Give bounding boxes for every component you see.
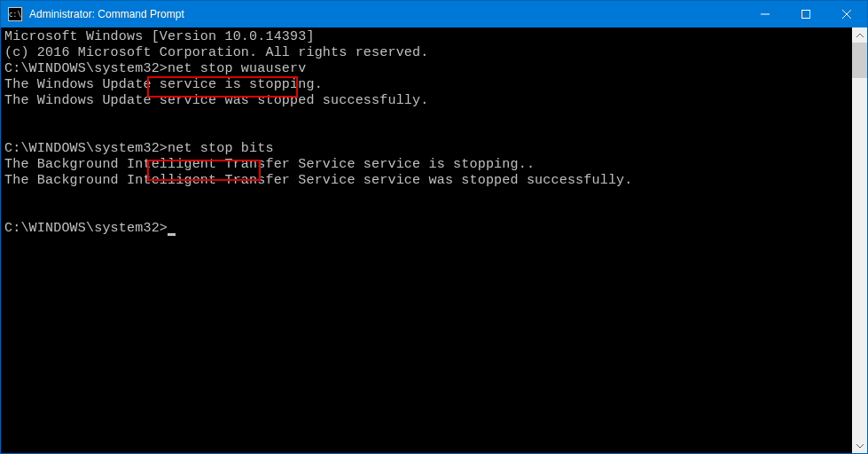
prompt-line-3: C:\WINDOWS\system32> (4, 221, 848, 237)
blank-line (4, 189, 848, 205)
version-line: Microsoft Windows [Version 10.0.14393] (4, 29, 848, 45)
scroll-up-button[interactable] (852, 27, 867, 43)
prompt-line-2: C:\WINDOWS\system32>net stop bits (4, 141, 848, 157)
output-line: The Windows Update service was stopped s… (4, 93, 848, 109)
terminal-output[interactable]: Microsoft Windows [Version 10.0.14393](c… (1, 27, 852, 453)
blank-line (4, 125, 848, 141)
minimize-button[interactable] (745, 1, 786, 27)
command-text: net stop bits (168, 141, 274, 156)
output-line: The Windows Update service is stopping. (4, 77, 848, 93)
command-text: net stop wuauserv (168, 61, 306, 76)
chevron-up-icon (856, 34, 864, 37)
blank-line (4, 205, 848, 221)
command-prompt-window: c:\ Administrator: Command Prompt Micros… (0, 0, 868, 454)
window-title: Administrator: Command Prompt (29, 8, 745, 20)
scrollbar-track[interactable] (852, 43, 867, 438)
svg-rect-1 (802, 11, 810, 19)
close-icon (842, 10, 851, 19)
terminal-container: Microsoft Windows [Version 10.0.14393](c… (1, 27, 867, 453)
scrollbar-thumb[interactable] (852, 43, 867, 78)
window-controls (745, 1, 867, 27)
prompt-path: C:\WINDOWS\system32> (4, 61, 168, 76)
minimize-icon (761, 10, 770, 19)
close-button[interactable] (826, 1, 867, 27)
maximize-button[interactable] (786, 1, 826, 27)
maximize-icon (802, 10, 810, 19)
cursor (168, 233, 176, 236)
prompt-path: C:\WINDOWS\system32> (4, 141, 168, 156)
output-line: The Background Intelligent Transfer Serv… (4, 173, 848, 189)
vertical-scrollbar[interactable] (852, 27, 867, 453)
titlebar[interactable]: c:\ Administrator: Command Prompt (1, 1, 867, 27)
app-icon-text: c:\ (9, 11, 21, 19)
prompt-path: C:\WINDOWS\system32> (4, 221, 168, 236)
scroll-down-button[interactable] (852, 438, 867, 453)
app-icon: c:\ (8, 7, 22, 21)
chevron-down-icon (856, 444, 864, 448)
copyright-line: (c) 2016 Microsoft Corporation. All righ… (4, 45, 848, 61)
output-line: The Background Intelligent Transfer Serv… (4, 157, 848, 173)
prompt-line-1: C:\WINDOWS\system32>net stop wuauserv (4, 61, 848, 77)
blank-line (4, 109, 848, 125)
